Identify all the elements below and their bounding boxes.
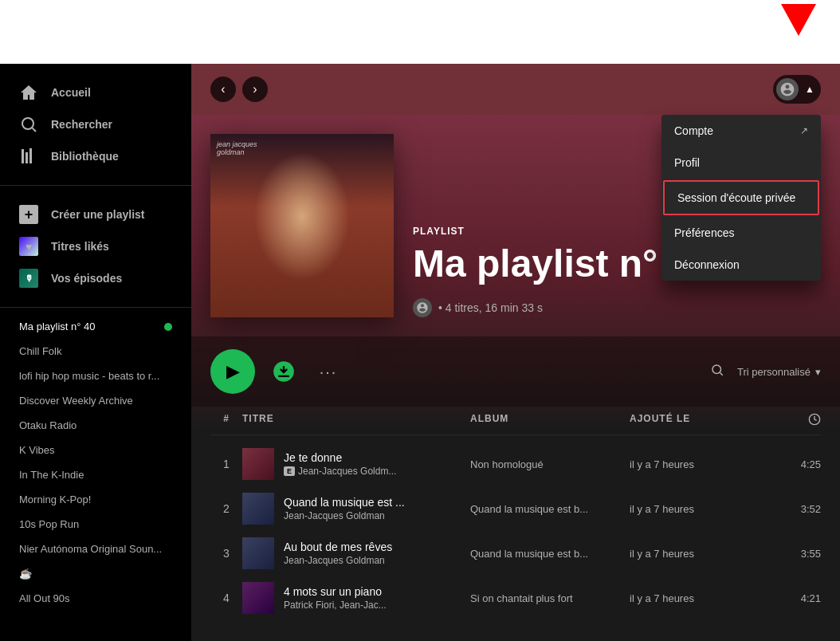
track-name: 4 mots sur un piano	[284, 585, 387, 598]
track-thumbnail	[242, 493, 274, 525]
sidebar: Accueil Rechercher Bibliothèque	[0, 64, 191, 641]
back-button[interactable]: ‹	[210, 77, 236, 102]
table-row[interactable]: 1 Je te donne E Jean-Jacques Goldm... No…	[210, 442, 821, 486]
album-art: jean jacquesgoldman	[210, 134, 394, 317]
track-duration: 3:52	[773, 503, 821, 515]
chevron-down-icon: ▾	[815, 366, 821, 378]
track-number: 2	[210, 502, 242, 515]
dropdown-item-profil[interactable]: Profil	[661, 147, 821, 179]
track-name: Au bout de mes rêves	[284, 541, 392, 553]
track-list-header: # TITRE ALBUM AJOUTÉ LE	[210, 407, 821, 435]
forward-button[interactable]: ›	[242, 77, 268, 102]
top-bar	[0, 0, 840, 64]
track-list: # TITRE ALBUM AJOUTÉ LE 1	[191, 407, 840, 639]
chevron-up-icon: ▲	[805, 84, 814, 95]
dropdown-item-compte[interactable]: Compte ↗	[661, 115, 821, 147]
track-artist: E Jean-Jacques Goldm...	[284, 466, 396, 477]
svg-rect-3	[26, 152, 28, 163]
library-icon	[19, 147, 38, 166]
sidebar-playlist-item[interactable]: lofi hip hop music - beats to r...	[0, 364, 191, 388]
track-info: Au bout de mes rêves Jean-Jacques Goldma…	[242, 537, 470, 569]
track-info: Je te donne E Jean-Jacques Goldm...	[242, 448, 470, 480]
svg-line-1	[33, 128, 36, 132]
track-artist: Jean-Jacques Goldman	[284, 555, 392, 566]
content-area: ‹ › ▲ Compte ↗ Profil Sessi	[191, 64, 840, 641]
track-added: il y a 7 heures	[630, 458, 773, 470]
sidebar-playlists: Ma playlist n° 40 Chill Folk lofi hip ho…	[0, 308, 191, 641]
col-number: #	[210, 413, 242, 428]
table-row[interactable]: 3 Au bout de mes rêves Jean-Jacques Gold…	[210, 531, 821, 576]
sidebar-item-liked-songs[interactable]: ♥ Titres likés	[0, 230, 191, 262]
sidebar-actions: + Créer une playlist ♥ Titres likés 🎙 Vo…	[0, 186, 191, 308]
track-text: Je te donne E Jean-Jacques Goldm...	[284, 451, 396, 477]
track-thumbnail	[242, 537, 274, 569]
sidebar-playlist-item[interactable]: Nier Autónoma Original Soun...	[0, 537, 191, 561]
track-artist: Patrick Fiori, Jean-Jac...	[284, 600, 387, 611]
external-link-icon: ↗	[800, 125, 808, 136]
svg-rect-2	[22, 149, 24, 163]
main-layout: Accueil Rechercher Bibliothèque	[0, 64, 840, 641]
track-duration: 4:25	[773, 458, 821, 470]
sidebar-item-accueil[interactable]: Accueil	[0, 77, 191, 108]
dropdown-item-deconnexion[interactable]: Déconnexion	[661, 249, 821, 281]
track-number: 4	[210, 592, 242, 604]
track-name: Je te donne	[284, 451, 396, 464]
track-text: Quand la musique est ... Jean-Jacques Go…	[284, 496, 405, 521]
now-playing-indicator	[164, 323, 172, 331]
dropdown-item-preferences[interactable]: Préférences	[661, 217, 821, 249]
col-duration	[773, 413, 821, 428]
sidebar-playlist-item[interactable]: ☕	[0, 561, 191, 586]
track-text: 4 mots sur un piano Patrick Fiori, Jean-…	[284, 585, 387, 611]
sort-button[interactable]: Tri personnalisé ▾	[737, 366, 821, 378]
track-name: Quand la musique est ...	[284, 496, 405, 509]
track-album: Non homologué	[470, 458, 630, 470]
track-text: Au bout de mes rêves Jean-Jacques Goldma…	[284, 541, 392, 566]
podcast-icon: 🎙	[19, 269, 38, 288]
table-row[interactable]: 2 Quand la musique est ... Jean-Jacques …	[210, 486, 821, 531]
sidebar-playlist-item[interactable]: Discover Weekly Archive	[0, 388, 191, 413]
sidebar-playlist-item[interactable]: All Out 90s	[0, 586, 191, 611]
search-button[interactable]	[710, 363, 724, 381]
track-album: Quand la musique est b...	[470, 503, 630, 515]
track-added: il y a 7 heures	[630, 503, 773, 515]
track-thumbnail	[242, 582, 274, 614]
sidebar-playlist-item[interactable]: Ma playlist n° 40	[0, 314, 191, 339]
sidebar-playlist-item[interactable]: Chill Folk	[0, 339, 191, 364]
dropdown-item-session-privee[interactable]: Session d'écoute privée	[663, 180, 819, 215]
more-options-button[interactable]: ···	[312, 356, 344, 387]
playlist-meta: • 4 titres, 16 min 33 s	[413, 298, 711, 317]
sidebar-playlist-item[interactable]: Morning K-Pop!	[0, 487, 191, 512]
svg-point-0	[22, 118, 33, 129]
track-album: Si on chantait plus fort	[470, 592, 630, 604]
col-ajout: AJOUTÉ LE	[630, 413, 773, 428]
avatar	[776, 78, 799, 100]
toolbar-right: Tri personnalisé ▾	[710, 363, 821, 381]
play-button[interactable]: ▶	[210, 349, 255, 394]
sidebar-playlist-item[interactable]: 10s Pop Run	[0, 512, 191, 537]
track-added: il y a 7 heures	[630, 548, 773, 560]
dropdown-menu: Compte ↗ Profil Session d'écoute privée …	[661, 115, 821, 281]
sidebar-playlist-item[interactable]: In The K-Indie	[0, 462, 191, 487]
track-added: il y a 7 heures	[630, 592, 773, 604]
table-row[interactable]: 4 4 mots sur un piano Patrick Fiori, Jea…	[210, 576, 821, 620]
download-button[interactable]	[268, 356, 300, 387]
album-art-text: jean jacquesgoldman	[217, 140, 257, 156]
sidebar-item-bibliotheque[interactable]: Bibliothèque	[0, 140, 191, 172]
track-number: 1	[210, 458, 242, 470]
sidebar-playlist-item[interactable]: Otaku Radio	[0, 413, 191, 438]
plus-icon: +	[19, 205, 38, 224]
playlist-meta-text: • 4 titres, 16 min 33 s	[438, 301, 543, 314]
col-titre: TITRE	[242, 413, 470, 428]
user-menu-button[interactable]: ▲	[773, 75, 821, 104]
home-icon	[19, 83, 38, 102]
sidebar-item-episodes[interactable]: 🎙 Vos épisodes	[0, 262, 191, 294]
playlist-cover: jean jacquesgoldman	[210, 134, 394, 317]
search-icon	[19, 115, 38, 134]
sidebar-item-create-playlist[interactable]: + Créer une playlist	[0, 199, 191, 230]
track-thumbnail	[242, 448, 274, 480]
nav-buttons: ‹ ›	[210, 77, 268, 102]
playlist-toolbar: ▶ ··· Tri personnalisé	[191, 336, 840, 407]
sidebar-item-rechercher[interactable]: Rechercher	[0, 108, 191, 140]
sidebar-playlist-item[interactable]: K Vibes	[0, 438, 191, 462]
track-album: Quand la musique est b...	[470, 548, 630, 560]
